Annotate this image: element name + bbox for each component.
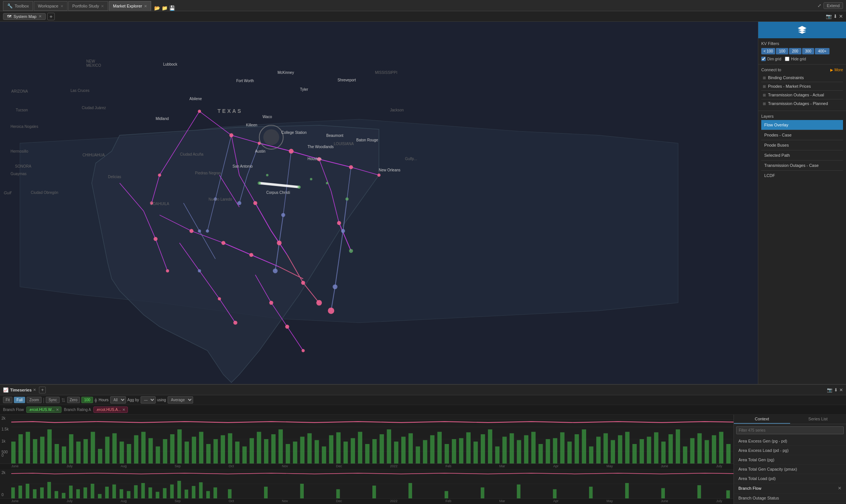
portfolio-close[interactable]: ✕ <box>101 4 104 8</box>
svg-rect-111 <box>91 432 95 464</box>
ts-download-icon[interactable]: ⬇ <box>834 387 838 393</box>
svg-rect-128 <box>213 439 218 464</box>
layer-item-pnode-buses[interactable]: Pnode Buses <box>761 140 843 150</box>
layer-item-pnodes-case[interactable]: Pnodes - Case <box>761 130 843 140</box>
ts-sync-btn[interactable]: Sync <box>46 397 59 403</box>
layer-item-tx-outages-case[interactable]: Transmission Outages - Case <box>761 160 843 171</box>
chart1-x-june2: June <box>661 464 668 469</box>
svg-rect-213 <box>91 484 94 498</box>
layers-title: Layers <box>761 114 843 118</box>
svg-rect-223 <box>163 488 166 498</box>
svg-rect-120 <box>156 447 160 464</box>
svg-rect-109 <box>76 442 81 464</box>
kv-btn-200[interactable]: 200 <box>789 48 801 54</box>
hide-grid-checkbox[interactable] <box>785 57 789 61</box>
ts-zoom-btn[interactable]: Zoom <box>27 397 42 403</box>
ts-search-input[interactable] <box>736 426 844 434</box>
layer-item-flow-overlay[interactable]: Flow Overlay <box>761 120 843 130</box>
ts-all-select[interactable]: All <box>110 396 126 404</box>
workspace-close[interactable]: ✕ <box>60 4 63 8</box>
tab-context[interactable]: Context <box>734 415 790 424</box>
svg-rect-125 <box>192 437 196 464</box>
chart2-x-nov: Nov <box>282 499 288 504</box>
list-item-area-total-gen-cap[interactable]: Area Total Gen Capacity (pmax) <box>734 465 846 474</box>
svg-rect-104 <box>40 437 45 464</box>
branch-flow-tag[interactable]: .ercot.HUS.W... ✕ <box>26 406 62 413</box>
layer-item-lcdf[interactable]: LCDF <box>761 171 843 180</box>
list-item-area-excess-gen[interactable]: Area Excess Gen (pg - pd) <box>734 436 846 446</box>
svg-point-68 <box>302 349 305 352</box>
ts-full-btn[interactable]: Full <box>14 397 25 403</box>
kv-btn-300[interactable]: 300 <box>802 48 814 54</box>
ts-panel-close-icon[interactable]: ✕ <box>839 387 843 393</box>
download-icon[interactable]: ⬇ <box>833 14 837 19</box>
chart1-x-july: July <box>67 464 73 469</box>
ts-zero-btn[interactable]: Zero <box>67 397 80 403</box>
svg-rect-106 <box>55 444 59 464</box>
extend-label[interactable]: Extend <box>824 2 843 9</box>
ts-average-select[interactable]: Average <box>168 396 193 404</box>
save-icon[interactable]: 💾 <box>169 5 175 11</box>
svg-point-54 <box>289 149 294 154</box>
connect-item-transmission-planned[interactable]: ⊞ Transmission Outages - Planned <box>761 99 843 108</box>
tab-market-explorer[interactable]: Market Explorer ✕ <box>109 1 151 11</box>
tab-portfolio[interactable]: Portfolio Study ✕ <box>68 1 108 11</box>
folder-open-icon[interactable]: 📂 <box>154 5 160 11</box>
svg-point-81 <box>341 229 345 233</box>
ts-fit-btn[interactable]: Fit <box>3 397 12 403</box>
svg-rect-124 <box>184 442 189 464</box>
tab-series-list[interactable]: Series List <box>790 415 846 424</box>
dim-grid-checkbox[interactable] <box>761 57 766 61</box>
branch-flow-list-label: Branch Flow <box>738 486 761 490</box>
branch-flow-tag-close[interactable]: ✕ <box>56 408 59 412</box>
dim-grid-label[interactable]: Dim grid <box>761 57 781 61</box>
ts-camera-icon[interactable]: 📷 <box>827 387 832 393</box>
svg-rect-160 <box>445 444 449 464</box>
svg-rect-230 <box>213 488 217 498</box>
add-tab-btn[interactable]: + <box>47 13 55 20</box>
svg-rect-112 <box>98 449 102 464</box>
hide-grid-label[interactable]: Hide grid <box>785 57 806 61</box>
svg-rect-163 <box>466 432 471 464</box>
market-explorer-close[interactable]: ✕ <box>144 4 147 8</box>
branch-flow-remove-btn[interactable]: ✕ <box>838 486 842 491</box>
svg-rect-198 <box>719 432 723 464</box>
list-item-area-total-load[interactable]: Area Total Load (pd) <box>734 474 846 483</box>
branch-rating-tag[interactable]: .ercot.HUS.A... ✕ <box>93 406 128 413</box>
system-map-close[interactable]: ✕ <box>39 14 42 18</box>
svg-rect-178 <box>574 434 579 464</box>
chart1-xaxis: June July Aug Sep Oct Nov Dec 2022 Feb M… <box>0 464 734 469</box>
window-close-icon[interactable]: ✕ <box>839 14 843 19</box>
connect-item-binding[interactable]: ⊞ Binding Constraints <box>761 74 843 82</box>
list-item-branch-outage[interactable]: Branch Outage Status <box>734 494 846 503</box>
svg-rect-172 <box>531 432 536 464</box>
ts-title-close[interactable]: ✕ <box>33 388 36 392</box>
ts-add-btn[interactable]: + <box>39 387 46 393</box>
connect-item-pnodes[interactable]: ⊞ Pnodes - Market Prices <box>761 82 843 91</box>
kv-btn-100[interactable]: 100 <box>776 48 788 54</box>
svg-point-64 <box>233 321 237 325</box>
chart2-x-july2: July <box>716 499 722 504</box>
camera-icon[interactable]: 📷 <box>826 14 832 19</box>
ts-100-btn[interactable]: 100 <box>81 397 93 403</box>
tab-toolbox[interactable]: 🔧 Toolbox <box>3 1 33 11</box>
system-map-tab[interactable]: 🗺 System Map ✕ <box>3 13 46 20</box>
chart2-x-feb: Feb <box>446 499 452 504</box>
kv-btn-400[interactable]: 400+ <box>815 48 830 54</box>
connect-item-transmission-actual[interactable]: ⊞ Transmission Outages - Actual <box>761 91 843 99</box>
list-item-branch-flow[interactable]: Branch Flow ✕ <box>734 483 846 494</box>
layer-item-selected-path[interactable]: Selected Path <box>761 150 843 160</box>
svg-rect-180 <box>589 447 594 464</box>
list-item-area-total-gen[interactable]: Area Total Gen (pg) <box>734 455 846 465</box>
kv-btn-lt100[interactable]: < 100 <box>761 48 775 54</box>
tab-workspace[interactable]: Workspace ✕ <box>34 1 68 11</box>
folder-icon[interactable]: 📁 <box>162 5 168 11</box>
branch-rating-tag-close[interactable]: ✕ <box>122 408 125 412</box>
svg-rect-192 <box>676 429 680 464</box>
more-btn[interactable]: ▶ More <box>830 68 843 72</box>
toolbox-icon: 🔧 <box>7 3 13 9</box>
svg-rect-203 <box>18 486 22 498</box>
list-item-area-excess-load[interactable]: Area Excess Load (pd - pg) <box>734 446 846 455</box>
chart2-x-june2: June <box>661 499 668 504</box>
ts-agg-select[interactable]: — <box>141 396 156 404</box>
